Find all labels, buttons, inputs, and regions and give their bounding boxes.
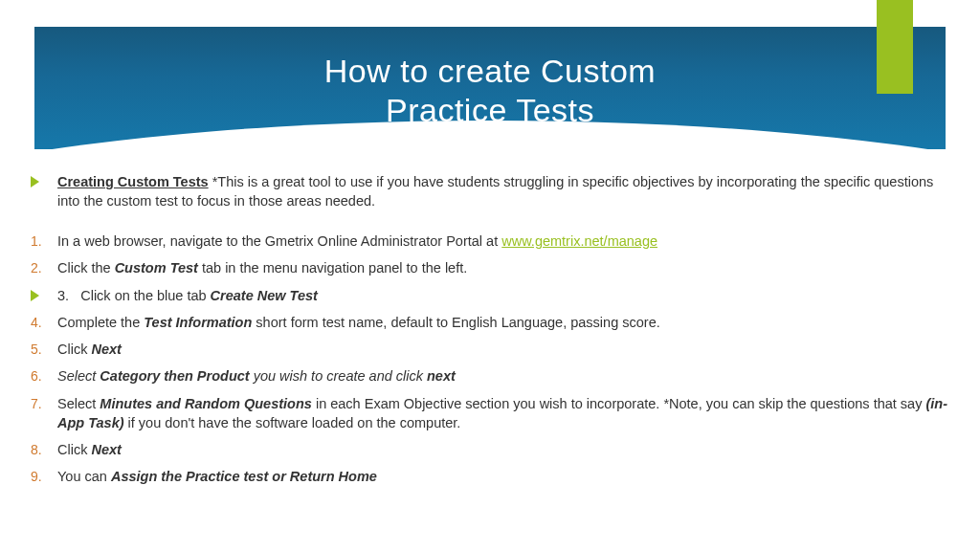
step-number: 9. bbox=[31, 467, 42, 486]
step-number: 8. bbox=[31, 440, 42, 459]
intro-row: Creating Custom Tests *This is a great t… bbox=[29, 172, 951, 210]
step-text: You can Assign the Practice test or Retu… bbox=[57, 467, 951, 486]
step-8: 8. Click Next bbox=[29, 440, 951, 459]
step-text: Click the Custom Test tab in the menu na… bbox=[57, 258, 951, 277]
accent-tab bbox=[877, 0, 913, 94]
step-text: In a web browser, navigate to the Gmetri… bbox=[57, 231, 951, 251]
step-4: 4. Complete the Test Information short f… bbox=[29, 313, 951, 332]
step-7: 7. Select Minutes and Random Questions i… bbox=[29, 394, 951, 432]
portal-link[interactable]: www.gemtrix.net/manage bbox=[501, 233, 657, 249]
title-banner: How to create Custom Practice Tests bbox=[34, 27, 946, 149]
step-number: 4. bbox=[31, 313, 42, 332]
step-1: 1. In a web browser, navigate to the Gme… bbox=[29, 231, 951, 251]
slide-title: How to create Custom Practice Tests bbox=[34, 27, 946, 131]
step-text: Click Next bbox=[57, 440, 951, 459]
step-number: 1. bbox=[31, 231, 42, 251]
step-5: 5. Click Next bbox=[29, 340, 951, 359]
content-area: Creating Custom Tests *This is a great t… bbox=[29, 172, 951, 494]
step-number: 6. bbox=[31, 366, 42, 386]
step-number: 7. bbox=[31, 394, 42, 413]
step-3: 3. Click on the blue tab Create New Test bbox=[29, 286, 951, 305]
bullet-marker bbox=[29, 172, 57, 187]
step-text: 3. Click on the blue tab Create New Test bbox=[57, 286, 951, 305]
step-number: 5. bbox=[31, 340, 42, 359]
step-number: 2. bbox=[31, 258, 42, 277]
step-text: Select Minutes and Random Questions in e… bbox=[57, 394, 951, 432]
bullet-marker bbox=[29, 286, 57, 301]
step-6: 6. Select Category then Product you wish… bbox=[29, 366, 951, 386]
step-text: Complete the Test Information short form… bbox=[57, 313, 951, 332]
intro-lead: Creating Custom Tests bbox=[57, 174, 209, 189]
slide: How to create Custom Practice Tests Crea… bbox=[0, 0, 980, 551]
step-2: 2. Click the Custom Test tab in the menu… bbox=[29, 258, 951, 277]
title-line-1: How to create Custom bbox=[324, 53, 656, 89]
step-text: Select Category then Product you wish to… bbox=[57, 366, 951, 386]
arrow-icon bbox=[31, 290, 39, 301]
arrow-icon bbox=[31, 176, 39, 187]
title-line-2: Practice Tests bbox=[386, 92, 594, 128]
intro-text: Creating Custom Tests *This is a great t… bbox=[57, 172, 951, 210]
step-text: Click Next bbox=[57, 340, 951, 359]
step-9: 9. You can Assign the Practice test or R… bbox=[29, 467, 951, 486]
